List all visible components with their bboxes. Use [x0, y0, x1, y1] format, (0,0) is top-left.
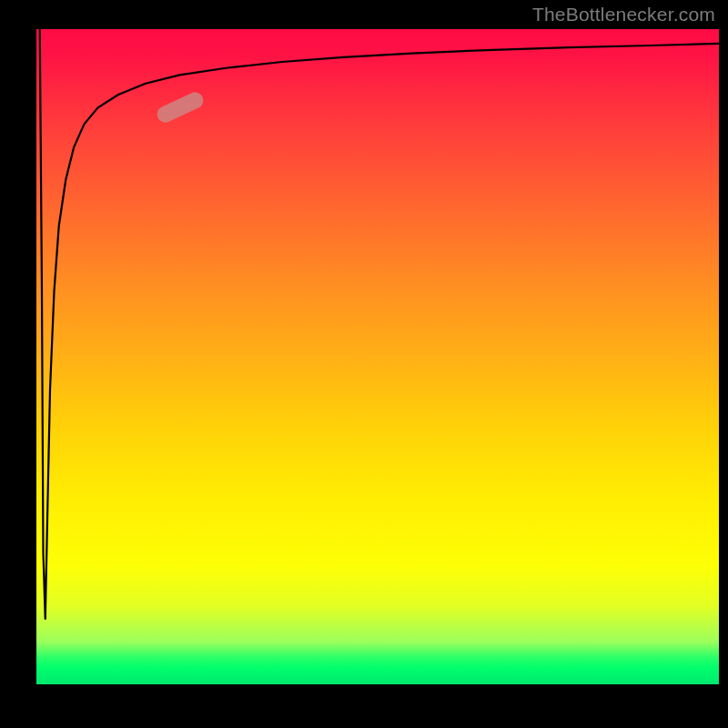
- bottleneck-curve: [36, 29, 719, 684]
- chart-plot-area: [36, 29, 719, 684]
- attribution-text: TheBottlenecker.com: [532, 4, 715, 25]
